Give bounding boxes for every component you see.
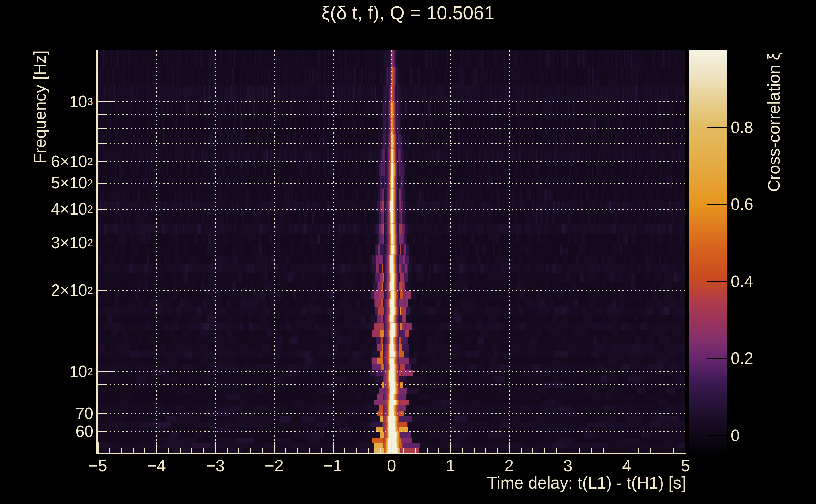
colorbar-tick-label: 0.4 — [731, 272, 800, 291]
colorbar-tick-label: 0.6 — [731, 195, 800, 214]
heatmap-canvas — [98, 50, 686, 453]
y-tick-label: 60 — [18, 422, 93, 441]
y-axis-line — [96, 50, 98, 454]
x-tick-label: −3 — [193, 457, 238, 474]
y-tick-label: 103 — [18, 92, 93, 111]
colorbar-tick-label: 0 — [731, 426, 800, 445]
x-tick-label: 5 — [664, 457, 708, 474]
y-tick-label: 5×102 — [18, 174, 93, 192]
figure: ξ(δ t, f), Q = 10.5061 Frequency [Hz] 10… — [0, 0, 816, 504]
y-tick-label: 102 — [18, 362, 93, 381]
colorbar — [689, 50, 727, 453]
x-axis-title: Time delay: t(L1) - t(H1) [s] — [371, 473, 686, 492]
y-tick-label: 6×102 — [18, 152, 93, 171]
y-tick-label: 70 — [18, 404, 93, 423]
plot-title: ξ(δ t, f), Q = 10.5061 — [0, 3, 816, 23]
x-tick-label: −1 — [311, 457, 355, 474]
x-tick-label: −4 — [134, 457, 178, 474]
x-axis-line — [96, 453, 687, 454]
x-tick-label: −2 — [252, 457, 296, 474]
x-tick-label: 0 — [370, 457, 414, 474]
x-tick-label: 2 — [487, 457, 531, 474]
colorbar-tick-label: 0.2 — [731, 349, 800, 368]
x-tick-label: 3 — [546, 457, 590, 474]
x-tick-label: −5 — [76, 457, 120, 474]
colorbar-title-text: Cross-correlation ξ — [764, 53, 784, 192]
y-tick-label: 3×102 — [18, 233, 93, 252]
x-tick-label: 1 — [428, 457, 472, 474]
y-tick-label: 4×102 — [18, 200, 93, 219]
colorbar-title: Cross-correlation ξ — [764, 47, 784, 198]
y-tick-label: 2×102 — [18, 281, 93, 300]
x-tick-label: 4 — [605, 457, 649, 474]
